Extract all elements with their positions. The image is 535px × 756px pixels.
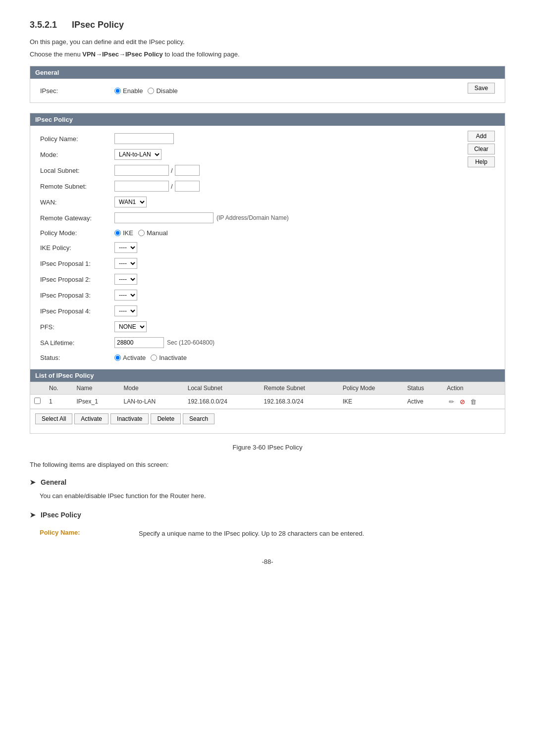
list-section: List of IPsec Policy No. Name Mode Local… <box>30 369 505 428</box>
ike-radio-label[interactable]: IKE <box>114 229 133 237</box>
help-button[interactable]: Help <box>468 156 495 167</box>
section-number: 3.5.2.1 <box>30 20 57 30</box>
ipsec-proposal1-row: IPsec Proposal 1: ---- <box>30 255 505 271</box>
intro-line2: Choose the menu VPN→IPsec→IPsec Policy t… <box>30 50 505 58</box>
pfs-row: PFS: NONE <box>30 319 505 335</box>
figure-caption: Figure 3-60 IPsec Policy <box>30 444 505 451</box>
sa-lifetime-input[interactable] <box>114 337 164 348</box>
ipsec-proposal3-select[interactable]: ---- <box>114 290 137 301</box>
remote-subnet-ip-input[interactable] <box>114 181 169 192</box>
row-policy-mode: IKE <box>339 395 403 409</box>
remote-gateway-row: Remote Gateway: (IP Address/Domain Name) <box>30 210 505 226</box>
activate-button[interactable]: Activate <box>74 413 108 424</box>
col-remote-subnet: Remote Subnet <box>260 382 339 395</box>
remote-subnet-control: / <box>114 181 495 192</box>
row-checkbox-cell <box>30 395 45 409</box>
enable-radio[interactable] <box>114 88 121 94</box>
ipsec-control: Enable Disable <box>114 87 495 95</box>
col-policy-mode: Policy Mode <box>339 382 403 395</box>
remote-subnet-mask-input[interactable] <box>175 181 200 192</box>
status-label: Status: <box>40 354 114 361</box>
search-button[interactable]: Search <box>183 413 214 424</box>
mode-label: Mode: <box>40 151 114 158</box>
table-row: 1 IPsex_1 LAN-to-LAN 192.168.0.0/24 192.… <box>30 395 505 409</box>
following-text: The following items are displayed on thi… <box>30 461 505 468</box>
mode-control: LAN-to-LAN <box>114 149 495 160</box>
ipsec-proposal1-control: ---- <box>114 258 495 269</box>
pfs-select[interactable]: NONE <box>114 321 147 332</box>
remote-gateway-input[interactable] <box>114 212 214 223</box>
ipsec-proposal2-row: IPsec Proposal 2: ---- <box>30 271 505 287</box>
ike-policy-select[interactable]: ---- <box>114 242 137 253</box>
side-buttons: Add Clear Help <box>468 131 495 167</box>
row-remote-subnet: 192.168.3.0/24 <box>260 395 339 409</box>
activate-radio-label[interactable]: Activate <box>114 354 146 361</box>
disable-radio-label[interactable]: Disable <box>148 87 177 95</box>
page-number: -88- <box>30 558 505 565</box>
edit-icon[interactable]: ✏ <box>447 397 456 406</box>
disable-radio[interactable] <box>148 88 154 94</box>
ipsec-policy-section-item: ➤ IPsec Policy <box>30 511 505 519</box>
wan-label: WAN: <box>40 199 114 206</box>
local-subnet-ip-input[interactable] <box>114 165 169 176</box>
add-button[interactable]: Add <box>468 131 495 142</box>
clear-button[interactable]: Clear <box>468 144 495 154</box>
row-local-subnet: 192.168.0.0/24 <box>184 395 260 409</box>
status-control: Activate Inactivate <box>114 354 495 361</box>
policy-table: No. Name Mode Local Subnet Remote Subnet… <box>30 382 505 409</box>
manual-radio[interactable] <box>138 230 145 236</box>
ike-policy-control: ---- <box>114 242 495 253</box>
ipsec-proposal1-select[interactable]: ---- <box>114 258 137 269</box>
inactivate-button[interactable]: Inactivate <box>110 413 149 424</box>
activate-radio[interactable] <box>114 354 121 361</box>
status-row: Status: Activate Inactivate <box>30 351 505 364</box>
general-arrow-icon: ➤ <box>30 478 36 486</box>
ike-policy-row: IKE Policy: ---- <box>30 240 505 255</box>
delete-icon[interactable]: 🗑 <box>469 397 478 406</box>
stop-icon[interactable]: ⊘ <box>458 397 467 406</box>
local-subnet-control: / <box>114 165 495 176</box>
select-all-button[interactable]: Select All <box>35 413 72 424</box>
wan-select[interactable]: WAN1 <box>114 197 147 207</box>
manual-radio-label[interactable]: Manual <box>138 229 168 237</box>
ipsec-proposal2-select[interactable]: ---- <box>114 274 137 285</box>
policy-name-input[interactable] <box>114 133 174 144</box>
section-title-text: IPsec Policy <box>72 20 124 30</box>
ipsec-proposal4-select[interactable]: ---- <box>114 305 137 316</box>
status-radio-group: Activate Inactivate <box>114 354 187 361</box>
sa-lifetime-row: SA Lifetime: Sec (120-604800) <box>30 335 505 351</box>
local-subnet-slash: / <box>171 167 173 174</box>
row-checkbox[interactable] <box>34 398 41 404</box>
ipsec-proposal3-control: ---- <box>114 290 495 301</box>
save-button[interactable]: Save <box>468 83 495 94</box>
policy-mode-control: IKE Manual <box>114 229 495 237</box>
wan-row: WAN: WAN1 <box>30 194 505 210</box>
inactivate-radio[interactable] <box>151 354 157 361</box>
delete-button[interactable]: Delete <box>151 413 181 424</box>
row-action: ✏ ⊘ 🗑 <box>443 395 505 409</box>
ipsec-proposal4-row: IPsec Proposal 4: ---- <box>30 303 505 319</box>
ike-radio[interactable] <box>114 230 121 236</box>
general-desc: You can enable/disable IPsec function fo… <box>40 491 505 501</box>
inactivate-radio-label[interactable]: Inactivate <box>151 354 187 361</box>
enable-radio-label[interactable]: Enable <box>114 87 143 95</box>
ipsec-policy-panel-body: Add Clear Help Policy Name: Mode: LAN-to… <box>30 126 505 433</box>
mode-select[interactable]: LAN-to-LAN <box>114 149 161 160</box>
sa-lifetime-control: Sec (120-604800) <box>114 337 495 348</box>
policy-name-label: Policy Name: <box>40 135 114 143</box>
ipsec-row: IPsec: Enable Disable <box>30 84 505 98</box>
table-header-row: No. Name Mode Local Subnet Remote Subnet… <box>30 382 505 395</box>
remote-subnet-inputs: / <box>114 181 200 192</box>
row-status: Active <box>403 395 443 409</box>
list-panel-header: List of IPsec Policy <box>30 369 505 382</box>
ipsec-policy-panel: IPsec Policy Add Clear Help Policy Name:… <box>30 113 505 434</box>
ipsec-arrow-icon: ➤ <box>30 511 36 519</box>
col-no: No. <box>45 382 73 395</box>
remote-gateway-control: (IP Address/Domain Name) <box>114 212 495 223</box>
col-action: Action <box>443 382 505 395</box>
local-subnet-mask-input[interactable] <box>175 165 200 176</box>
col-local-subnet: Local Subnet <box>184 382 260 395</box>
local-subnet-inputs: / <box>114 165 200 176</box>
mode-row: Mode: LAN-to-LAN <box>30 147 505 162</box>
sa-lifetime-label: SA Lifetime: <box>40 339 114 347</box>
